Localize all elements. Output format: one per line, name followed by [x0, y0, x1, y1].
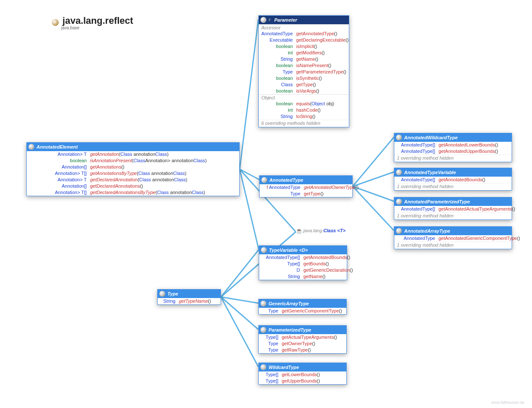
box-title: Type	[167, 291, 178, 296]
method-row[interactable]: Type[]getLowerBounds ()	[259, 371, 346, 378]
class-chip[interactable]: java.lang.Class <T>	[296, 228, 345, 234]
method-row[interactable]: TypegetGenericComponentType ()	[259, 308, 346, 314]
type-box-annotated-type[interactable]: AnnotatedType!AnnotatedTypegetAnnotatedO…	[259, 175, 353, 197]
method-row[interactable]: TypegetRawType ()	[259, 347, 346, 353]
method-row[interactable]: AnnotatedTypegetAnnotatedType ()	[259, 31, 349, 37]
method-row[interactable]: booleanisNamePresent ()	[259, 62, 349, 69]
class-scope: java.lang.	[303, 228, 323, 233]
hidden-methods-note: 1 overriding method hidden	[394, 183, 512, 190]
method-row[interactable]: booleanisVarArgs ()	[259, 88, 349, 94]
box-header[interactable]: AnnotatedType	[260, 176, 352, 184]
box-header[interactable]: FParameter	[259, 16, 349, 24]
connection-line	[221, 297, 258, 367]
box-header[interactable]: AnnotatedArrayType	[394, 227, 512, 235]
class-generic: <T>	[337, 228, 346, 233]
bean-icon	[396, 228, 402, 234]
coffee-icon	[296, 228, 302, 234]
method-row[interactable]: Annotation> T[]getDeclaredAnnotationsByT…	[27, 189, 239, 196]
bean-icon	[28, 144, 34, 150]
box-title: TypeVariable <D>	[269, 248, 308, 253]
box-header[interactable]: WildcardType	[259, 363, 346, 371]
box-header[interactable]: AnnotatedElement	[27, 143, 239, 151]
bean-icon	[260, 327, 266, 333]
method-row[interactable]: booleanisImplicit ()	[259, 43, 349, 50]
method-row[interactable]: inthashCode ()	[259, 107, 349, 113]
method-row[interactable]: Class getType ()	[259, 82, 349, 88]
type-box-annotated-array-type[interactable]: AnnotatedArrayTypeAnnotatedTypegetAnnota…	[394, 226, 512, 249]
method-row[interactable]: AnnotatedType[]getAnnotatedUpperBounds (…	[394, 148, 512, 155]
method-row[interactable]: AnnotatedTypegetAnnotatedGenericComponen…	[394, 235, 512, 242]
method-row[interactable]: Annotation> T[]getAnnotationsByType (Cla…	[27, 170, 239, 177]
box-header[interactable]: ParameterizedType	[259, 326, 346, 334]
type-box-generic-array-type[interactable]: GenericArrayTypeTypegetGenericComponentT…	[258, 299, 347, 315]
connection-line	[240, 169, 259, 180]
method-row[interactable]: AnnotatedType[]getAnnotatedActualTypeArg…	[394, 206, 512, 212]
method-row[interactable]: ExecutablegetDeclaringExecutable ()	[259, 37, 349, 43]
bean-icon	[260, 364, 266, 370]
method-row[interactable]: StringgetTypeName ()	[158, 298, 221, 304]
box-header[interactable]: AnnotatedTypeVariable	[394, 168, 512, 177]
method-row[interactable]: DgetGenericDeclaration ()	[259, 267, 347, 273]
method-row[interactable]: AnnotatedType[]getAnnotatedLowerBounds (…	[394, 142, 512, 148]
box-header[interactable]: AnnotatedWildcardType	[394, 133, 512, 142]
box-title: AnnotatedArrayType	[404, 228, 450, 234]
method-row[interactable]: StringgetName ()	[259, 273, 347, 280]
type-box-parameter[interactable]: FParameterAccessorAnnotatedTypegetAnnota…	[258, 15, 349, 127]
hidden-methods-note: 1 overriding method hidden	[394, 155, 512, 162]
method-row[interactable]: Annotation> TgetAnnotation (Class annota…	[27, 151, 239, 158]
connection-line	[353, 137, 394, 186]
box-title: GenericArrayType	[269, 301, 309, 306]
method-row[interactable]: TypegetParameterizedType ()	[259, 69, 349, 75]
section-label: Object	[259, 94, 349, 101]
method-row[interactable]: booleanisAnnotationPresent (ClassAnnotat…	[27, 158, 239, 164]
box-header[interactable]: GenericArrayType	[259, 299, 346, 308]
box-title: AnnotatedParameterizedType	[404, 199, 470, 204]
bean-icon	[260, 17, 266, 23]
package-title: java.lang.reflect java.base	[52, 15, 133, 30]
method-row[interactable]: Type[]getActualTypeArguments ()	[259, 334, 346, 340]
modifier-badge: F	[269, 18, 271, 22]
hidden-methods-note: 1 overriding method hidden	[394, 242, 512, 249]
method-row[interactable]: AnnotatedType[]getAnnotatedBounds ()	[394, 177, 512, 183]
method-row[interactable]: booleanisSynthetic ()	[259, 75, 349, 82]
section-label: Accessor	[259, 24, 349, 31]
type-box-wildcard-type[interactable]: WildcardTypeType[]getLowerBounds ()Type[…	[258, 363, 347, 385]
type-box-annotated-type-variable[interactable]: AnnotatedTypeVariableAnnotatedType[]getA…	[394, 168, 512, 191]
hidden-methods-note: 6 overriding methods hidden	[259, 120, 349, 127]
box-title: WildcardType	[269, 365, 299, 370]
box-header[interactable]: AnnotatedParameterizedType	[394, 197, 512, 206]
method-row[interactable]: Type[]getUpperBounds ()	[259, 378, 346, 384]
type-box-annotated-wildcard-type[interactable]: AnnotatedWildcardTypeAnnotatedType[]getA…	[394, 133, 512, 162]
bean-icon	[260, 301, 266, 307]
method-row[interactable]: AnnotatedType[]getAnnotatedBounds ()	[259, 254, 347, 261]
connection-line	[353, 172, 394, 186]
connection-line	[221, 250, 259, 297]
bean-icon	[261, 177, 267, 183]
method-row[interactable]: Annotation[]getAnnotations ()	[27, 164, 239, 170]
package-name: java.lang.reflect	[62, 15, 133, 26]
method-row[interactable]: Type[]getBounds ()	[259, 261, 347, 267]
method-row[interactable]: StringtoString ()	[259, 113, 349, 120]
type-box-annotated-parameterized-type[interactable]: AnnotatedParameterizedTypeAnnotatedType[…	[394, 197, 512, 220]
box-title: ParameterizedType	[269, 327, 311, 332]
connection-line	[221, 297, 258, 330]
box-header[interactable]: TypeVariable <D>	[259, 246, 347, 254]
type-box-annotated-element[interactable]: AnnotatedElementAnnotation> TgetAnnotati…	[26, 142, 240, 196]
type-box-type[interactable]: TypeStringgetTypeName ()	[157, 289, 221, 305]
method-row[interactable]: Annotation> TgetDeclaredAnnotation (Clas…	[27, 177, 239, 183]
method-row[interactable]: Annotation[]getDeclaredAnnotations ()	[27, 183, 239, 189]
method-row[interactable]: StringgetName ()	[259, 56, 349, 62]
box-title: AnnotatedTypeVariable	[404, 170, 456, 175]
box-title: AnnotatedWildcardType	[404, 135, 458, 140]
method-row[interactable]: intgetModifiers ()	[259, 50, 349, 56]
credit-label: www.falkhausen.de	[491, 400, 524, 405]
type-box-parameterized-type[interactable]: ParameterizedTypeType[]getActualTypeArgu…	[258, 325, 347, 354]
method-row[interactable]: TypegetOwnerType ()	[259, 340, 346, 347]
connection-line	[221, 297, 258, 304]
bean-icon	[396, 169, 402, 175]
method-row[interactable]: !AnnotatedTypegetAnnotatedOwnerType ()	[260, 184, 352, 191]
box-header[interactable]: Type	[158, 290, 221, 298]
method-row[interactable]: booleanequals (Object obj)	[259, 101, 349, 107]
method-row[interactable]: TypegetType ()	[260, 191, 352, 197]
type-box-type-variable[interactable]: TypeVariable <D>AnnotatedType[]getAnnota…	[259, 245, 347, 280]
